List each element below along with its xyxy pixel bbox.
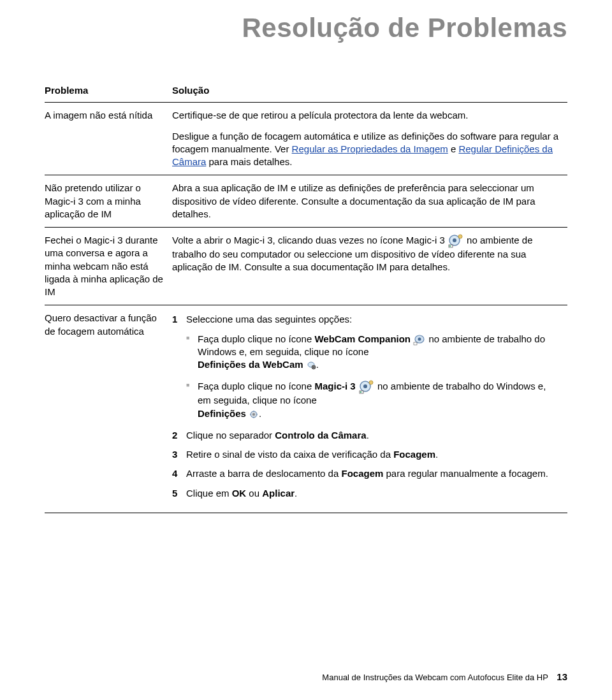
solution-text: Abra a sua aplicação de IM e utilize as …	[172, 182, 560, 221]
footer-text: Manual de Instruções da Webcam com Autof…	[322, 673, 548, 682]
solution-cell: Abra a sua aplicação de IM e utilize as …	[172, 175, 567, 228]
step-item: Seleccione uma das seguintes opções: Faç…	[172, 313, 560, 420]
solution-text: Desligue a função de focagem automática …	[172, 130, 560, 169]
step-item: Clique no separador Controlo da Câmara.	[172, 429, 560, 442]
solution-text: Certifique-se de que retirou a película …	[172, 109, 560, 122]
option-item: Faça duplo clique no ícone Magic-i 3 no …	[186, 380, 560, 420]
problem-cell: Quero desactivar a função de focagem aut…	[45, 305, 172, 513]
page-title: Resolução de Problemas	[45, 13, 567, 43]
table-row: Quero desactivar a função de focagem aut…	[45, 305, 567, 513]
table-row: A imagem não está nítida Certifique-se d…	[45, 103, 567, 175]
solution-text: Volte a abrir o Magic-i 3, clicando duas…	[172, 234, 560, 274]
svg-rect-3	[449, 245, 453, 247]
step-options: Faça duplo clique no ícone WebCam Compan…	[186, 333, 560, 420]
svg-point-14	[252, 413, 255, 416]
svg-point-2	[458, 235, 462, 238]
step-item: Retire o sinal de visto da caixa de veri…	[172, 448, 560, 461]
solution-cell: Volte a abrir o Magic-i 3, clicando duas…	[172, 228, 567, 305]
link-properties[interactable]: Regular as Propriedades da Imagem	[292, 143, 448, 154]
troubleshooting-table: Problema Solução A imagem não está nítid…	[45, 82, 567, 513]
problem-cell: A imagem não está nítida	[45, 103, 172, 175]
page-footer: Manual de Instruções da Webcam com Autof…	[322, 671, 567, 682]
solution-steps: Seleccione uma das seguintes opções: Faç…	[172, 313, 560, 500]
col-problem-header: Problema	[45, 82, 172, 103]
svg-rect-12	[360, 391, 363, 393]
option-item: Faça duplo clique no ícone WebCam Compan…	[186, 333, 560, 372]
svg-point-10	[363, 384, 367, 388]
svg-point-11	[369, 381, 373, 384]
problem-cell: Não pretendo utilizar o Magic-i 3 com a …	[45, 175, 172, 228]
col-solution-header: Solução	[172, 82, 567, 103]
solution-cell: Certifique-se de que retirou a película …	[172, 103, 567, 175]
magic-i-icon	[448, 234, 464, 248]
problem-cell: Fechei o Magic-i 3 durante uma conversa …	[45, 228, 172, 305]
solution-cell: Seleccione uma das seguintes opções: Faç…	[172, 305, 567, 513]
table-row: Fechei o Magic-i 3 durante uma conversa …	[45, 228, 567, 305]
magic-i-icon	[358, 380, 375, 394]
webcam-settings-icon	[306, 361, 316, 370]
webcam-companion-icon	[413, 334, 426, 346]
table-row: Não pretendo utilizar o Magic-i 3 com a …	[45, 175, 567, 228]
svg-point-5	[418, 337, 421, 340]
svg-rect-6	[414, 342, 417, 345]
page-number: 13	[557, 671, 567, 682]
svg-point-1	[453, 238, 456, 242]
step-item: Arraste a barra de deslocamento da Focag…	[172, 467, 560, 480]
settings-icon	[249, 410, 259, 419]
step-item: Clique em OK ou Aplicar.	[172, 487, 560, 500]
